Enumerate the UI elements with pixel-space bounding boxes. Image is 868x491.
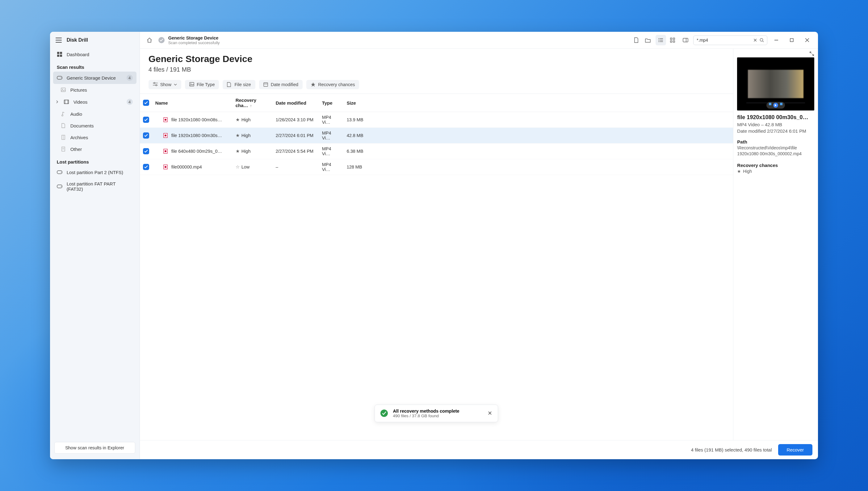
search-input[interactable] xyxy=(697,38,751,42)
details-pane: file 1920x1080 00m30s_0… MP4 Video – 42.… xyxy=(733,49,818,440)
page-subtitle: 4 files / 191 MB xyxy=(148,66,725,73)
drive-icon xyxy=(57,184,62,189)
nav-item-pictures[interactable]: Pictures xyxy=(53,84,137,96)
col-checkbox[interactable] xyxy=(140,94,152,112)
svg-point-54 xyxy=(165,166,166,168)
show-filter-button[interactable]: Show xyxy=(148,80,181,89)
svg-rect-1 xyxy=(60,52,62,54)
col-type[interactable]: Type xyxy=(319,94,344,112)
svg-rect-27 xyxy=(670,38,672,39)
svg-rect-29 xyxy=(670,41,672,42)
row-checkbox[interactable] xyxy=(143,164,149,170)
table-row[interactable]: file000000.mp4☆Low–MP4 Vi…128 MB xyxy=(140,159,733,175)
expand-preview-icon[interactable] xyxy=(809,51,814,56)
detail-date: Date modified 2/27/2024 6:01 PM xyxy=(737,128,814,134)
nav-label: Pictures xyxy=(71,87,87,93)
type-cell: MP4 Vi… xyxy=(319,112,344,128)
maximize-button[interactable] xyxy=(785,35,798,45)
list-view-button[interactable] xyxy=(655,35,666,46)
file-table: Name Recovery cha…↑ Date modified Type S… xyxy=(140,94,733,175)
topbar-title: Generic Storage Device xyxy=(168,35,220,40)
preview-controls xyxy=(766,102,785,109)
table-row[interactable]: file 640x480 00m29s_0…★High2/27/2024 5:5… xyxy=(140,144,733,159)
datemodified-filter-button[interactable]: Date modified xyxy=(259,80,303,89)
nav-item-lost-partition-2[interactable]: Lost partition FAT PART (FAT32) xyxy=(53,178,137,195)
size-cell: 13.9 MB xyxy=(344,112,733,128)
file-name: file 1920x1080 00m08s… xyxy=(171,117,222,122)
svg-point-50 xyxy=(165,135,166,136)
archives-icon xyxy=(60,135,66,140)
size-cell: 128 MB xyxy=(344,159,733,175)
chevron-right-icon xyxy=(56,100,59,104)
svg-point-11 xyxy=(61,115,63,116)
nav-label: Lost partition FAT PART (FAT32) xyxy=(67,181,133,192)
nav-label: Other xyxy=(71,147,82,152)
svg-rect-30 xyxy=(673,41,675,42)
nav-badge: 4 xyxy=(127,99,133,105)
table-row[interactable]: file 1920x1080 00m08s…★High1/26/2024 3:1… xyxy=(140,112,733,128)
panel-toggle-button[interactable] xyxy=(680,35,691,46)
star-icon: ☆ xyxy=(235,165,240,169)
col-size[interactable]: Size xyxy=(344,94,733,112)
nav-item-documents[interactable]: Documents xyxy=(53,120,137,132)
nav-item-videos[interactable]: Videos 4 xyxy=(53,96,137,108)
nav-badge: 4 xyxy=(127,75,133,81)
preview-next-icon[interactable] xyxy=(780,103,782,105)
nav-item-storage-device[interactable]: Generic Storage Device 4 xyxy=(53,71,137,84)
hamburger-icon[interactable] xyxy=(56,38,62,42)
preview-prev-icon[interactable] xyxy=(769,103,772,105)
video-preview[interactable] xyxy=(737,57,814,110)
detail-recovery-header: Recovery chances xyxy=(737,163,814,168)
svg-rect-8 xyxy=(64,100,68,104)
svg-rect-45 xyxy=(264,83,268,86)
col-date[interactable]: Date modified xyxy=(273,94,319,112)
row-checkbox[interactable] xyxy=(143,133,149,139)
file-name: file 640x480 00m29s_0… xyxy=(171,149,222,154)
nav-item-archives[interactable]: Archives xyxy=(53,132,137,143)
col-recovery[interactable]: Recovery cha…↑ xyxy=(232,94,273,112)
image-icon xyxy=(189,82,194,87)
recovery-filter-button[interactable]: Recovery chances xyxy=(306,80,359,89)
clear-search-icon[interactable]: ✕ xyxy=(753,37,757,43)
nav-item-lost-partition-1[interactable]: Lost partition Part 2 (NTFS) xyxy=(53,166,137,178)
filetype-filter-button[interactable]: File Type xyxy=(185,80,219,89)
search-icon[interactable] xyxy=(760,38,764,42)
star-icon: ★ xyxy=(737,169,741,174)
grid-view-button[interactable] xyxy=(667,35,678,46)
sliders-icon xyxy=(153,82,158,87)
success-check-icon xyxy=(381,409,388,417)
row-checkbox[interactable] xyxy=(143,117,149,123)
nav-item-audio[interactable]: Audio xyxy=(53,108,137,120)
folder-view-button[interactable] xyxy=(643,35,653,46)
search-box[interactable]: ✕ xyxy=(693,35,767,45)
nav-dashboard[interactable]: Dashboard xyxy=(53,49,137,60)
svg-point-40 xyxy=(154,82,155,84)
close-button[interactable] xyxy=(801,35,814,45)
size-cell: 42.8 MB xyxy=(344,128,733,144)
file-name: file 1920x1080 00m30s… xyxy=(171,133,222,138)
sort-asc-icon: ↑ xyxy=(250,104,252,108)
nav-label: Generic Storage Device xyxy=(67,75,116,81)
nav-item-other[interactable]: Other xyxy=(53,143,137,155)
toast-close-icon[interactable]: ✕ xyxy=(487,410,492,416)
preview-play-icon[interactable] xyxy=(773,103,778,108)
filesize-filter-button[interactable]: File size xyxy=(223,80,255,89)
file-view-button[interactable] xyxy=(631,35,641,46)
toast-subtitle: 490 files / 37.8 GB found xyxy=(393,413,459,418)
svg-point-48 xyxy=(165,119,166,121)
svg-rect-31 xyxy=(683,38,688,42)
file-table-wrap[interactable]: Name Recovery cha…↑ Date modified Type S… xyxy=(140,93,733,440)
col-name[interactable]: Name xyxy=(152,94,232,112)
table-row[interactable]: file 1920x1080 00m30s…★High2/27/2024 6:0… xyxy=(140,128,733,144)
check-icon xyxy=(159,37,165,43)
filter-label: Recovery chances xyxy=(318,82,355,87)
home-button[interactable] xyxy=(144,35,155,46)
nav-label: Audio xyxy=(71,111,82,117)
show-in-explorer-button[interactable]: Show scan results in Explorer xyxy=(54,442,135,454)
recover-button[interactable]: Recover xyxy=(778,444,813,456)
select-all-checkbox[interactable] xyxy=(143,100,149,106)
minimize-button[interactable] xyxy=(770,35,783,45)
type-cell: MP4 Vi… xyxy=(319,128,344,144)
svg-point-7 xyxy=(62,89,62,89)
row-checkbox[interactable] xyxy=(143,148,149,154)
